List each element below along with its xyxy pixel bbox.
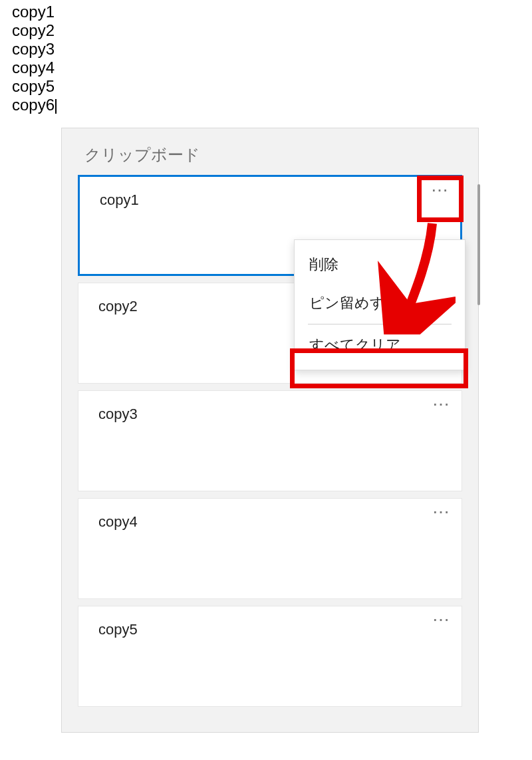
clip-item[interactable]: copy4 ⋯ bbox=[78, 498, 462, 599]
clip-item-text: copy2 bbox=[98, 298, 138, 315]
menu-item-delete[interactable]: 削除 bbox=[295, 245, 465, 284]
clip-item-text: copy5 bbox=[98, 621, 138, 638]
clip-item-text: copy4 bbox=[98, 513, 138, 531]
more-options-icon[interactable]: ⋯ bbox=[431, 400, 451, 408]
scrollbar-thumb[interactable] bbox=[477, 184, 480, 305]
menu-item-clear-all[interactable]: すべてクリア bbox=[295, 326, 465, 364]
editor-line: copy4 bbox=[12, 59, 57, 77]
clip-item[interactable]: copy3 ⋯ bbox=[78, 390, 462, 491]
menu-item-pin[interactable]: ピン留めする bbox=[295, 284, 465, 322]
menu-separator bbox=[308, 324, 452, 324]
clip-item[interactable]: copy5 ⋯ bbox=[78, 606, 462, 707]
more-options-icon[interactable]: ⋯ bbox=[430, 186, 450, 194]
text-editor-content[interactable]: copy1 copy2 copy3 copy4 copy5 copy6 bbox=[12, 3, 57, 114]
text-cursor bbox=[55, 99, 57, 114]
editor-line: copy3 bbox=[12, 40, 57, 59]
clip-item-text: copy1 bbox=[100, 191, 139, 209]
clip-item-text: copy3 bbox=[98, 406, 138, 423]
editor-line: copy5 bbox=[12, 77, 57, 96]
editor-line: copy1 bbox=[12, 3, 57, 21]
clipboard-history-panel: クリップボード copy1 ⋯ copy2 ⋯ copy3 ⋯ copy4 ⋯ … bbox=[61, 128, 479, 733]
editor-line: copy2 bbox=[12, 21, 57, 40]
clip-item-context-menu: 削除 ピン留めする すべてクリア bbox=[294, 239, 466, 370]
panel-title: クリップボード bbox=[62, 128, 478, 175]
more-options-icon[interactable]: ⋯ bbox=[431, 508, 451, 516]
editor-line: copy6 bbox=[12, 96, 57, 114]
more-options-icon[interactable]: ⋯ bbox=[431, 616, 451, 624]
